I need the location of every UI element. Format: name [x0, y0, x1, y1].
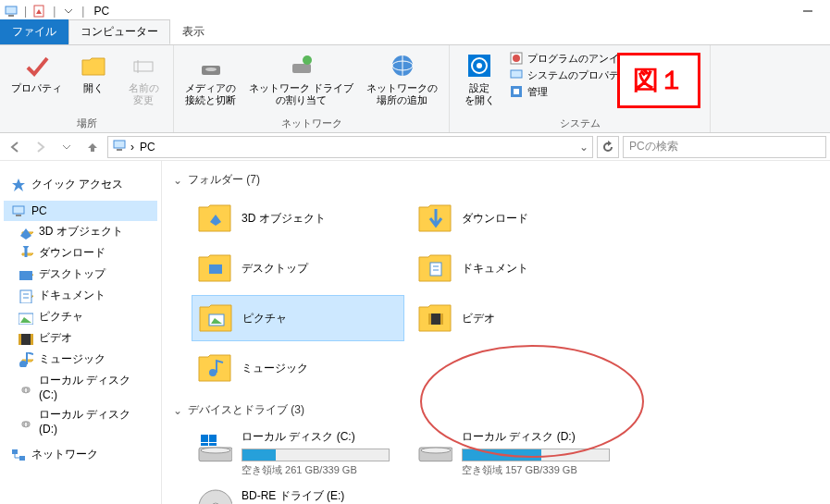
nav-item-label: デスクトップ [39, 266, 105, 282]
group-header-drives[interactable]: ⌄ デバイスとドライブ (3) [173, 402, 819, 418]
folder-tile[interactable]: ダウンロード [412, 195, 625, 241]
svg-rect-24 [16, 215, 21, 216]
drive-tile[interactable]: BDBD-RE ドライブ (E:) [192, 485, 404, 504]
drive-name: ローカル ディスク (D:) [462, 429, 621, 445]
desktop-icon [195, 250, 232, 287]
chevron-down-icon: ⌄ [173, 404, 182, 417]
free-space-text: 空き領域 157 GB/339 GB [462, 463, 621, 477]
nav-item[interactable]: デスクトップ [4, 264, 157, 285]
svg-rect-21 [114, 141, 125, 148]
drive-icon [19, 380, 33, 395]
separator: | [24, 5, 27, 18]
star-icon [11, 178, 26, 192]
folder-tile[interactable]: ドキュメント [412, 245, 625, 291]
window-title: PC [93, 5, 109, 18]
folder-name: ダウンロード [462, 211, 528, 227]
nav-item[interactable]: ミュージック [4, 349, 157, 370]
separator: | [81, 5, 84, 18]
folder-open-icon [79, 51, 108, 80]
nav-item[interactable]: ドキュメント [4, 285, 157, 306]
folder-name: 3D オブジェクト [242, 211, 326, 227]
nav-item[interactable]: ピクチャ [4, 306, 157, 327]
folder-tile[interactable]: ミュージック [192, 345, 404, 391]
svg-rect-41 [430, 263, 441, 276]
svg-rect-52 [209, 435, 217, 442]
address-box[interactable]: › PC ⌄ [107, 136, 593, 158]
group-header-folders[interactable]: ⌄ フォルダー (7) [173, 172, 819, 188]
up-button[interactable] [81, 136, 104, 158]
address-bar: › PC ⌄ PCの検索 [0, 133, 830, 161]
folder-name: ビデオ [462, 311, 495, 326]
rename-icon [129, 51, 158, 80]
svg-point-9 [303, 55, 312, 65]
svg-point-50 [201, 448, 230, 453]
drive-tile[interactable]: ローカル ディスク (C:)空き領域 261 GB/339 GB [192, 425, 404, 481]
folder-tile[interactable]: デスクトップ [192, 245, 404, 291]
qat-dropdown-icon[interactable] [61, 4, 76, 18]
nav-pc[interactable]: PC [4, 201, 157, 221]
chevron-right-icon[interactable]: › [130, 141, 134, 154]
system-icon [509, 68, 524, 82]
open-settings-button[interactable]: 設定 を開く [455, 47, 503, 115]
media-connect-button[interactable]: メディアの 接続と切断 [180, 47, 242, 115]
gear-icon [465, 51, 494, 80]
recent-dropdown[interactable] [56, 136, 78, 158]
nav-network[interactable]: ネットワーク [4, 444, 157, 465]
tab-file[interactable]: ファイル [0, 19, 68, 44]
svg-rect-26 [20, 290, 31, 303]
ribbon-group-location: プロパティ 開く 名前の 変更 場所 [0, 45, 174, 132]
svg-rect-4 [134, 62, 153, 71]
svg-rect-23 [13, 206, 24, 214]
svg-point-15 [477, 63, 482, 68]
free-space-text: 空き領域 261 GB/339 GB [242, 463, 401, 477]
svg-point-17 [513, 55, 520, 62]
nav-item[interactable]: ローカル ディスク (D:) [4, 404, 157, 438]
nav-item[interactable]: ダウンロード [4, 242, 157, 264]
search-input[interactable]: PCの検索 [623, 136, 826, 158]
nav-item-label: ローカル ディスク (C:) [39, 373, 152, 401]
properties-button[interactable]: プロパティ [6, 47, 68, 115]
refresh-button[interactable] [597, 136, 619, 158]
nav-item-label: ダウンロード [39, 245, 105, 261]
capacity-bar [462, 449, 610, 461]
nav-item[interactable]: ローカル ディスク (C:) [4, 370, 157, 404]
nav-item-label: ピクチャ [39, 309, 83, 325]
svg-rect-22 [117, 149, 122, 151]
nav-item-label: ビデオ [39, 330, 72, 346]
nav-quick-access[interactable]: クイック アクセス [4, 174, 157, 195]
tab-computer[interactable]: コンピューター [68, 19, 170, 44]
map-drive-button[interactable]: ネットワーク ドライブ の割り当て [243, 47, 359, 115]
windrive-icon [195, 429, 232, 466]
forward-button[interactable] [30, 136, 52, 158]
breadcrumb[interactable]: PC [138, 141, 157, 154]
videos-icon [415, 300, 452, 337]
tab-view[interactable]: 表示 [170, 19, 217, 44]
folder-tile[interactable]: 3D オブジェクト [192, 195, 404, 241]
network-drive-icon [287, 51, 316, 80]
minimize-button[interactable] [789, 0, 826, 22]
document-icon [415, 250, 452, 287]
annotation-label: 図１ [617, 53, 700, 108]
folder-tile[interactable]: ピクチャ [192, 295, 404, 341]
music-icon [195, 350, 232, 387]
drive-tile[interactable]: ローカル ディスク (D:)空き領域 157 GB/339 GB [412, 425, 625, 481]
rename-button[interactable]: 名前の 変更 [119, 47, 167, 115]
svg-rect-39 [19, 456, 25, 461]
pictures-icon [19, 310, 33, 325]
ribbon-group-label: システム [455, 115, 704, 132]
3d-icon [19, 225, 33, 240]
properties-qat-icon[interactable] [32, 4, 47, 18]
pc-icon [112, 138, 127, 155]
add-network-location-button[interactable]: ネットワークの 場所の追加 [361, 47, 443, 115]
search-placeholder: PCの検索 [629, 139, 678, 154]
svg-rect-54 [209, 443, 217, 446]
nav-item[interactable]: 3D オブジェクト [4, 221, 157, 242]
open-button[interactable]: 開く [69, 47, 118, 115]
nav-item[interactable]: ビデオ [4, 327, 157, 349]
chevron-down-icon[interactable]: ⌄ [579, 141, 588, 154]
folder-tile[interactable]: ビデオ [412, 295, 625, 341]
back-button[interactable] [4, 136, 26, 158]
globe-icon [388, 51, 417, 80]
separator: | [53, 5, 56, 18]
capacity-bar [242, 449, 390, 461]
